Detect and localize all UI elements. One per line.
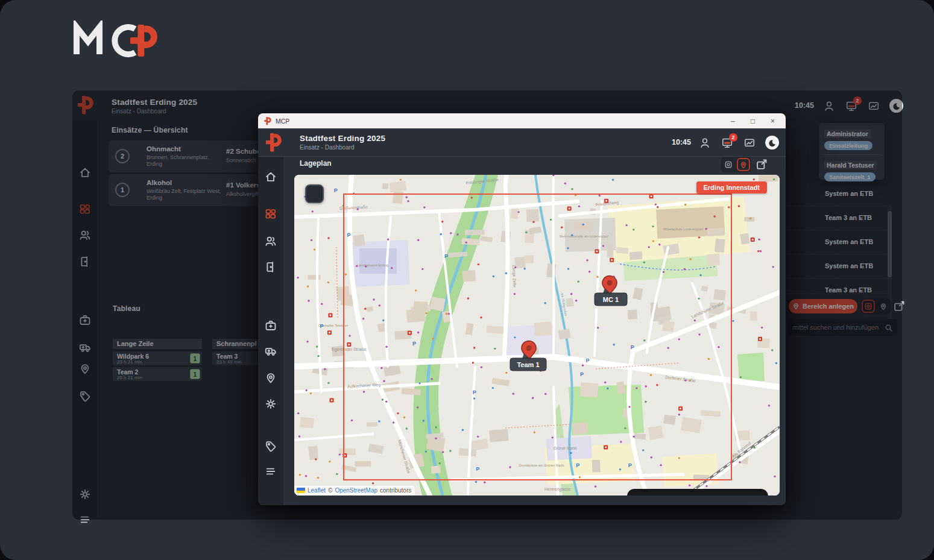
sidebar: [72, 121, 97, 520]
theme-toggle-icon[interactable]: [889, 99, 903, 113]
toggle-grid-button[interactable]: [862, 300, 875, 313]
user-role-pill: Einsatzleitung: [824, 141, 872, 150]
svg-text:P: P: [444, 253, 448, 259]
clock: 10:45: [672, 138, 691, 146]
toggle-grid-button[interactable]: [722, 158, 735, 171]
monitor-alert-icon[interactable]: 2: [845, 99, 858, 113]
expand-button[interactable]: [893, 300, 905, 312]
protocol-item[interactable]: System an ETB: [787, 254, 886, 278]
ukraine-flag-icon: [297, 488, 305, 493]
svg-text:P: P: [334, 187, 338, 193]
monitor-alert-icon[interactable]: 2: [721, 136, 734, 149]
search-icon: [885, 324, 892, 332]
sidebar-item-home[interactable]: [79, 166, 91, 178]
svg-text:P: P: [412, 341, 416, 347]
page-title: Stadtfest Erding 2025: [112, 98, 197, 107]
cast-icon[interactable]: [743, 136, 756, 149]
search-box: [787, 319, 897, 336]
sidebar-item-home[interactable]: [265, 171, 277, 183]
entry-count-badge: 1: [190, 369, 200, 379]
sidebar-item-settings[interactable]: [265, 440, 277, 452]
minimize-button[interactable]: –: [731, 118, 735, 125]
mcp-brand-logo: [71, 20, 180, 60]
titlebar-app-name: MCP: [276, 118, 289, 125]
bottom-sheet-peek[interactable]: [627, 489, 768, 496]
sidebar-item-dashboard[interactable]: [79, 203, 91, 215]
protocol-item[interactable]: Team 3 an ETB: [787, 278, 886, 294]
sidebar-item-persons[interactable]: [265, 235, 277, 247]
tableau-entry[interactable]: Wildpark 6 25 h 21 min 1: [113, 351, 202, 365]
theme-toggle-icon[interactable]: [765, 136, 779, 149]
sidebar-item-settings[interactable]: [79, 488, 91, 500]
view-toggle-group: [860, 298, 891, 314]
protocol-item[interactable]: System an ETB: [787, 182, 886, 206]
region-label: Erding Innenstadt: [696, 181, 768, 193]
einsatz-location: Brunnen, Schrannenplatz, Erding: [147, 154, 225, 168]
marker-tooltip: Team 1: [517, 361, 539, 368]
toggle-pin-button[interactable]: [737, 158, 750, 171]
cast-icon[interactable]: [867, 99, 880, 113]
sidebar-item-protocol[interactable]: [265, 465, 277, 477]
svg-text:P: P: [628, 462, 632, 468]
tableau-entry[interactable]: Team 2 25 h 21 min 1: [113, 367, 202, 381]
search-input[interactable]: [792, 324, 885, 331]
map-canvas: Gießereistraße Freisinger Straße Lange Z…: [294, 175, 780, 496]
front-window: MCP – □ × Stadtfest Erding 2025 Einsatz …: [258, 113, 786, 505]
sidebar-item-exit-door[interactable]: [265, 261, 277, 273]
svg-text:Grundschule am Grünen Markt: Grundschule am Grünen Markt: [519, 464, 564, 467]
sidebar-item-persons[interactable]: [79, 229, 91, 241]
desktop: Stadtfest Erding 2025 Einsatz - Dashboar…: [0, 0, 934, 560]
toggle-pin-button[interactable]: [877, 300, 890, 313]
expand-button[interactable]: [756, 159, 768, 171]
sidebar-item-exit-door[interactable]: [79, 256, 91, 268]
sidebar-item-tag[interactable]: [265, 398, 277, 410]
close-button[interactable]: ×: [771, 118, 775, 125]
tableau-column-header: Lange Zeile: [113, 339, 202, 349]
leaflet-link[interactable]: Leaflet: [308, 487, 326, 494]
entry-duration: 23 h 49 min: [216, 359, 242, 365]
user-name: Harald Testuser: [824, 161, 877, 169]
sidebar-item-ambulance[interactable]: [79, 341, 91, 353]
sidebar-item-ambulance[interactable]: [265, 345, 277, 357]
sidebar-item-protocol[interactable]: [79, 514, 91, 526]
page-subtitle: Einsatz - Dashboard: [112, 108, 197, 115]
clock: 10:45: [795, 101, 814, 110]
tableau-section-title: Tableau: [113, 304, 140, 313]
notification-badge: 2: [853, 96, 862, 105]
map-page: Lageplan: [283, 157, 786, 505]
sidebar-item-dashboard[interactable]: [265, 208, 277, 220]
svg-text:Hennengasse: Hennengasse: [544, 487, 570, 492]
osm-link[interactable]: OpenStreetMap: [335, 487, 377, 494]
sidebar-item-area-pin[interactable]: [79, 363, 91, 375]
area-create-button[interactable]: Bereich anlegen: [789, 299, 857, 313]
map[interactable]: Gießereistraße Freisinger Straße Lange Z…: [294, 175, 780, 496]
einsatz-count-badge: 1: [115, 183, 130, 197]
map-zoom-button[interactable]: [305, 184, 324, 203]
entry-count-badge: 1: [190, 353, 200, 363]
svg-text:P: P: [631, 344, 634, 350]
einsatz-note: Sonnenstich: [226, 157, 256, 163]
sidebar-item-tag[interactable]: [79, 390, 91, 402]
maximize-button[interactable]: □: [751, 118, 755, 125]
protocol-item[interactable]: System an ETB: [787, 230, 886, 254]
sidebar-item-medical-case[interactable]: [79, 314, 91, 326]
sidebar-item-medical-case[interactable]: [265, 319, 277, 332]
app-logo-icon: [77, 96, 95, 115]
svg-text:P: P: [347, 232, 350, 238]
svg-text:P: P: [576, 462, 579, 468]
user-icon[interactable]: [698, 136, 712, 149]
svg-text:Grüner Markt: Grüner Markt: [554, 446, 576, 450]
svg-text:P: P: [580, 371, 584, 377]
protocol-item[interactable]: Team 3 an ETB: [787, 206, 886, 230]
app-header: Stadtfest Erding 2025 Einsatz - Dashboar…: [258, 128, 786, 157]
svg-text:P: P: [585, 357, 589, 363]
map-attribution: Leaflet © OpenStreetMap contributors: [294, 486, 415, 496]
user-icon[interactable]: [822, 99, 836, 113]
divider: [823, 154, 880, 155]
titlebar-app-icon: [264, 117, 272, 125]
page-subtitle: Einsatz - Dashboard: [300, 144, 385, 151]
entry-duration: 25 h 21 min: [117, 375, 142, 380]
sidebar-item-area-pin[interactable]: [265, 372, 277, 384]
svg-text:P: P: [473, 389, 476, 395]
os-titlebar[interactable]: MCP – □ ×: [258, 113, 786, 128]
